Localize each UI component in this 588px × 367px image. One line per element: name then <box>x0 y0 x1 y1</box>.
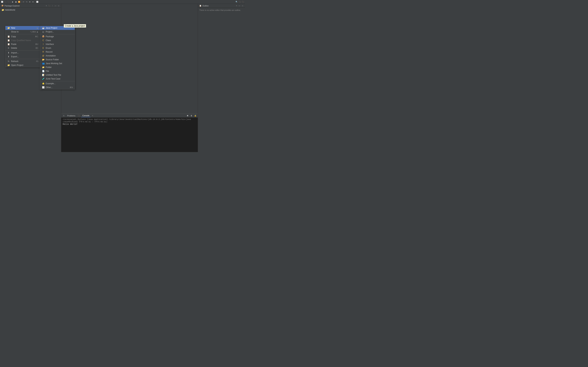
submenu-item-untitled-text-file-label: Untitled Text File <box>46 74 73 76</box>
menu-item-open-project[interactable]: 📁 Open Project <box>5 63 40 67</box>
toolbar-icon-11[interactable]: ⬜ <box>36 0 39 3</box>
outline-tab-close[interactable]: ✕ <box>236 5 237 7</box>
outline-maximize-icon[interactable]: □ <box>241 4 244 7</box>
panel-collapse-icon[interactable]: ⬛ <box>48 4 51 7</box>
import-icon: ⬇ <box>7 51 10 54</box>
right-panel: 📋 Outline ✕ — □ There is no active edito… <box>198 4 245 152</box>
menu-item-copy[interactable]: 📋 Copy ⌘C <box>5 35 40 38</box>
submenu-sep-2 <box>40 81 75 81</box>
submenu-item-java-working-set[interactable]: 👥 Java Working Set <box>40 61 75 65</box>
menu-item-show-in-label: Show In <box>11 31 29 33</box>
example-icon: ⭐ <box>42 82 45 85</box>
menu-item-copy-qualified: 📋 Copy Qualified Name <box>5 38 40 42</box>
panel-maximize-icon[interactable]: □ <box>57 4 60 7</box>
menu-separator-2 <box>5 50 40 50</box>
tab-problems[interactable]: Problems <box>66 114 76 117</box>
outline-header: 📋 Outline ✕ — □ <box>198 4 245 8</box>
console-output: Hello World! <box>63 123 196 125</box>
menu-item-copy-label: Copy <box>11 35 34 38</box>
console-panel: ⚠ Problems ⬛ Console ✕ ⏹ 🗑 🔒 <terminated… <box>61 114 198 152</box>
menu-item-import-label: Import... <box>11 51 38 54</box>
java-project-icon: ☕ <box>42 26 45 29</box>
submenu-item-untitled-text-file[interactable]: 📝 Untitled Text File <box>40 73 75 77</box>
panel-menu-icon[interactable]: ⋮ <box>51 4 54 7</box>
delete-icon: ✕ <box>7 47 10 50</box>
menu-item-delete-label: Delete <box>11 47 35 49</box>
toolbar-icon-1[interactable]: ⬜ <box>1 0 3 3</box>
paste-icon: 📋 <box>7 43 10 46</box>
submenu-item-annotation[interactable]: @ Annotation <box>40 54 75 58</box>
menu-item-refresh[interactable]: ↻ Refresh F5 <box>5 59 40 63</box>
panel-header-icons: ⬛ ⋮ — □ <box>48 4 60 7</box>
submenu-item-interface[interactable]: I Interface <box>40 42 75 46</box>
submenu-item-junit-test-case-label: JUnit Test Case <box>46 78 73 80</box>
annotation-icon: @ <box>42 54 45 57</box>
project-icon: 📁 <box>1 8 4 11</box>
console-status-line: <terminated> MyClass [Java Application] … <box>63 118 196 123</box>
toolbar-icon-10[interactable]: ➡ <box>32 0 34 3</box>
menu-item-copy-qualified-label: Copy Qualified Name <box>11 39 38 42</box>
context-menu: 📁 New ▶ Show In ⌥⌘W ▶ 📋 Copy ⌘C 📋 Copy Q… <box>5 26 40 67</box>
submenu-item-project-label: Project... <box>46 31 73 33</box>
submenu-item-source-folder-label: Source Folder <box>46 58 73 61</box>
package-explorer-tab-close[interactable]: ✕ <box>46 5 47 7</box>
toolbar-icon-7[interactable]: ↩ <box>22 0 25 3</box>
other-shortcut: ⌘N <box>70 86 73 89</box>
submenu-item-junit-test-case[interactable]: 🧪 JUnit Test Case <box>40 77 75 81</box>
panel-minimize-icon[interactable]: — <box>54 4 57 7</box>
tree-item-helloworld[interactable]: 📁 HelloWorld <box>0 8 61 12</box>
toolbar-icon-12[interactable]: ⬛ <box>238 0 241 3</box>
menu-item-new[interactable]: 📁 New ▶ <box>5 26 40 30</box>
toolbar-icon-13[interactable]: ⬛ <box>242 0 244 3</box>
toolbar-sep-1 <box>10 1 11 3</box>
console-content: <terminated> MyClass [Java Application] … <box>61 118 198 152</box>
menu-item-paste[interactable]: 📋 Paste ⌘V <box>5 42 40 46</box>
submenu-item-file[interactable]: 📄 File <box>40 69 75 73</box>
submenu-item-record[interactable]: R Record <box>40 50 75 54</box>
tooltip-create-java-project: Create a Java project <box>64 24 86 28</box>
submenu-item-enum-label: Enum <box>46 47 73 49</box>
menu-item-export-label: Export... <box>11 55 38 58</box>
menu-item-import[interactable]: ⬇ Import... <box>5 51 40 55</box>
refresh-shortcut: F5 <box>36 60 38 62</box>
toolbar-icon-2[interactable]: ⬛ <box>4 0 7 3</box>
tab-console[interactable]: Console <box>81 114 90 117</box>
package-icon: 📦 <box>42 35 45 38</box>
submenu-item-package[interactable]: 📦 Package <box>40 35 75 38</box>
copy-icon: 📋 <box>7 35 10 38</box>
menu-item-open-project-label: Open Project <box>11 64 38 67</box>
delete-shortcut: ⌦ <box>35 47 38 49</box>
console-tab-icon: ⬛ <box>77 114 80 117</box>
toolbar-icon-9[interactable]: ⬅ <box>28 0 31 3</box>
toolbar-icon-4[interactable]: ▶ <box>11 0 14 3</box>
console-clear-icon[interactable]: 🗑 <box>190 114 193 117</box>
show-in-arrow: ▶ <box>37 31 38 33</box>
outline-minimize-icon[interactable]: — <box>238 4 241 7</box>
submenu-item-project[interactable]: 🗂 Project... <box>40 30 75 34</box>
toolbar-icon-8[interactable]: ↪ <box>25 0 28 3</box>
copy-qualified-icon: 📋 <box>7 39 10 42</box>
refresh-icon: ↻ <box>7 60 10 63</box>
console-tab-close[interactable]: ✕ <box>92 115 93 117</box>
submenu-item-source-folder[interactable]: 📂 Source Folder <box>40 58 75 61</box>
source-folder-icon: 📂 <box>42 58 45 61</box>
toolbar-icon-3[interactable]: ⬛ <box>7 0 10 3</box>
package-explorer-icon: 📦 <box>1 4 4 7</box>
submenu-item-other[interactable]: ⬜ Other... ⌘N <box>40 85 75 89</box>
submenu-item-file-label: File <box>46 70 73 72</box>
console-terminate-icon[interactable]: ⏹ <box>186 114 189 117</box>
new-submenu-arrow: ▶ <box>37 27 38 29</box>
submenu-item-enum[interactable]: E Enum <box>40 46 75 50</box>
toolbar-icon-6[interactable]: ⏩ <box>18 0 20 3</box>
menu-item-show-in[interactable]: Show In ⌥⌘W ▶ <box>5 30 40 34</box>
menu-item-delete[interactable]: ✕ Delete ⌦ <box>5 46 40 50</box>
submenu-item-class[interactable]: C Class <box>40 38 75 42</box>
search-icon[interactable]: 🔍 <box>235 0 238 3</box>
menu-item-paste-label: Paste <box>11 43 34 45</box>
submenu-item-record-label: Record <box>46 51 73 53</box>
toolbar-icon-5[interactable]: ◼ <box>15 0 17 3</box>
console-scroll-lock-icon[interactable]: 🔒 <box>194 114 197 117</box>
submenu-item-folder[interactable]: 📁 Folder <box>40 65 75 69</box>
menu-item-export[interactable]: ⬆ Export... <box>5 55 40 58</box>
submenu-item-example[interactable]: ⭐ Example... <box>40 82 75 85</box>
